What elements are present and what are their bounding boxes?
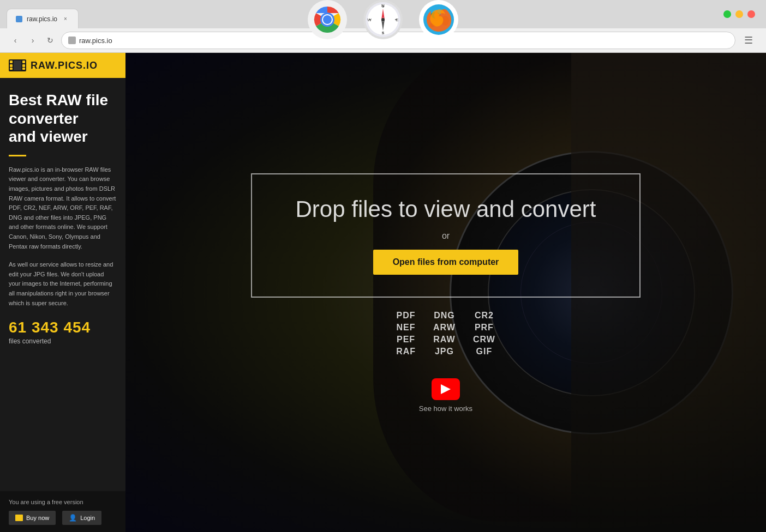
format-raf: RAF [396,347,416,356]
tab-close-button[interactable]: × [62,15,69,23]
footer-notice: You are using a free version [9,499,117,505]
svg-point-13 [381,18,385,21]
minimize-button[interactable] [735,10,743,18]
format-gif: GIF [473,347,495,356]
sidebar-heading: Best RAW file converter and viewer [9,91,117,146]
logo-text: RAW.PICS.IO [31,60,98,71]
refresh-button[interactable]: ↻ [44,34,57,47]
svg-rect-30 [14,61,21,70]
drop-text: Drop files to view and convert [296,196,596,222]
sidebar-footer: You are using a free version Buy now 👤 L… [0,491,125,532]
format-dng: DNG [433,311,456,321]
format-nef: NEF [396,323,416,332]
sidebar-divider [9,155,26,156]
firefox-logo [419,0,458,39]
svg-text:S: S [381,31,384,35]
chrome-logo [308,0,347,39]
see-how-section[interactable]: See how it works [419,378,472,413]
tab-label: raw.pics.io [27,15,57,23]
open-files-button[interactable]: Open files from computer [373,250,519,275]
url-favicon [68,37,76,44]
sidebar-stats-number: 61 343 454 [9,319,117,336]
hero-section: Drop files to view and convert or Open f… [125,53,766,532]
user-icon: 👤 [69,514,77,522]
browser-chrome: N S W E [0,0,766,53]
login-button[interactable]: 👤 Login [62,511,101,525]
format-jpg: JPG [433,347,456,356]
format-crw: CRW [473,335,495,344]
logo-icon [9,59,26,71]
sidebar-stats-label: files converted [9,337,117,345]
sidebar-content: Best RAW file converter and viewer Raw.p… [0,78,125,491]
svg-text:W: W [367,17,372,22]
svg-text:N: N [381,3,385,8]
format-raw: RAW [433,335,456,344]
format-cr2: CR2 [473,311,495,321]
active-tab[interactable]: raw.pics.io × [7,9,79,28]
sidebar: RAW.PICS.IO Best RAW file converter and … [0,53,125,532]
format-prf: PRF [473,323,495,332]
forward-button[interactable]: › [26,34,39,47]
file-formats: PDF DNG CR2 NEF ARW PRF PEF RAW CRW RAF … [396,311,495,356]
sidebar-body-1: Raw.pics.io is an in-browser RAW files v… [9,165,117,251]
safari-logo: N S W E [363,0,403,39]
maximize-button[interactable] [723,10,731,18]
close-button[interactable] [747,10,755,18]
sidebar-logo: RAW.PICS.IO [0,53,125,78]
back-button[interactable]: ‹ [9,34,22,47]
login-label: Login [80,515,95,521]
svg-rect-25 [10,64,13,67]
format-arw: ARW [433,323,456,332]
cart-icon [15,515,23,521]
footer-buttons: Buy now 👤 Login [9,511,117,525]
browser-icons: N S W E [297,0,469,39]
main-area: RAW.PICS.IO Best RAW file converter and … [0,53,766,532]
tab-bar: N S W E [0,0,766,28]
svg-text:E: E [396,17,398,22]
tab-favicon [16,16,22,22]
svg-rect-27 [22,61,25,63]
drop-zone[interactable]: Drop files to view and convert or Open f… [251,173,641,298]
svg-rect-26 [10,68,13,70]
buy-now-label: Buy now [26,515,49,521]
or-text: or [442,231,450,241]
window-controls [723,10,755,18]
format-pef: PEF [396,335,416,344]
svg-rect-28 [22,64,25,67]
format-pdf: PDF [396,311,416,321]
youtube-button[interactable] [432,378,460,400]
buy-now-button[interactable]: Buy now [9,511,56,525]
menu-button[interactable]: ☰ [740,32,757,49]
see-how-label: See how it works [419,404,472,413]
sidebar-body-2: As well our service allows to resize and… [9,260,117,308]
svg-point-3 [323,15,332,24]
svg-rect-29 [22,68,25,70]
hero-content: Drop files to view and convert or Open f… [251,173,641,413]
play-icon [441,384,451,394]
svg-rect-24 [10,61,13,63]
